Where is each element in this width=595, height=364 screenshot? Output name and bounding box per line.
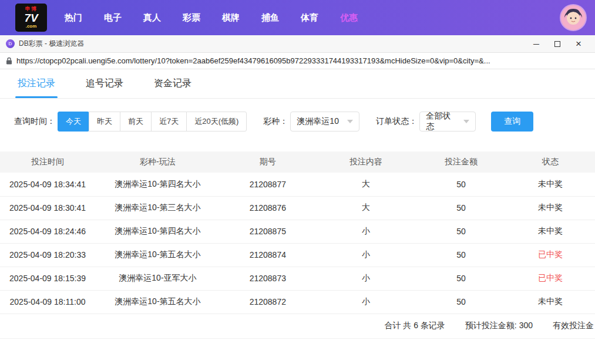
- cell-issue: 21208872: [220, 290, 315, 314]
- window-controls: ─ ×: [526, 36, 589, 52]
- nav-item-slots[interactable]: 电子: [104, 12, 122, 23]
- cell-bet-amount: 50: [416, 290, 506, 314]
- cell-issue: 21208873: [220, 267, 315, 290]
- status-select[interactable]: 全部状态: [419, 112, 476, 132]
- cell-bet-content: 小: [315, 290, 416, 314]
- tab-chase-records[interactable]: 追号记录: [86, 77, 123, 98]
- lottery-filter-label: 彩种：: [263, 116, 288, 127]
- cell-status: 未中奖: [506, 196, 595, 220]
- site-nav: 热门 电子 真人 彩票 棋牌 捕鱼 体育 优惠: [65, 12, 358, 23]
- cell-bet-time: 2025-04-09 18:34:41: [0, 173, 95, 196]
- logo-top-text: 申博: [25, 6, 37, 12]
- tab-bet-records[interactable]: 投注记录: [18, 77, 55, 98]
- header-bet-content: 投注内容: [315, 151, 416, 173]
- time-option-20days[interactable]: 近20天(低频): [186, 112, 247, 132]
- cell-bet-content: 大: [315, 173, 416, 196]
- browser-favicon: D: [6, 39, 15, 48]
- cell-status: 已中奖: [506, 267, 595, 290]
- cell-game-play: 澳洲幸运10-第五名大小: [95, 290, 220, 314]
- cell-bet-time: 2025-04-09 18:24:46: [0, 220, 95, 243]
- cell-bet-content: 小: [315, 220, 416, 243]
- nav-item-lottery[interactable]: 彩票: [183, 12, 200, 23]
- minimize-button[interactable]: ─: [526, 36, 547, 52]
- time-option-yesterday[interactable]: 昨天: [89, 112, 120, 132]
- cell-status: 未中奖: [506, 173, 595, 196]
- cell-bet-amount: 50: [416, 267, 506, 290]
- lock-icon[interactable]: [6, 57, 12, 65]
- time-filter-label: 查询时间：: [14, 116, 55, 127]
- bet-records-table: 投注时间 彩种-玩法 期号 投注内容 投注金额 状态 2025-04-09 18…: [0, 151, 595, 314]
- nav-item-sports[interactable]: 体育: [301, 12, 318, 23]
- logo-main-text: 7V: [24, 12, 38, 23]
- summary-total: 合计 共 6 条记录: [384, 321, 445, 331]
- header-game-play: 彩种-玩法: [95, 151, 220, 173]
- time-filter-group: 今天 昨天 前天 近7天 近20天(低频): [58, 112, 247, 132]
- logo-suffix-text: .com: [26, 24, 37, 29]
- address-bar[interactable]: https://ctopcp02pcali.uengi5e.com/lotter…: [0, 53, 595, 69]
- nav-item-live[interactable]: 真人: [143, 12, 161, 23]
- nav-item-hot-games[interactable]: 热门: [65, 12, 82, 23]
- avatar-illustration: [561, 5, 586, 30]
- status-filter-label: 订单状态：: [376, 116, 417, 127]
- cell-game-play: 澳洲幸运10-第四名大小: [95, 220, 220, 243]
- cell-bet-time: 2025-04-09 18:20:33: [0, 243, 95, 267]
- table-body: 2025-04-09 18:34:41 澳洲幸运10-第四名大小 2120887…: [0, 173, 595, 314]
- site-logo[interactable]: 申博 7V .com: [15, 4, 47, 32]
- cell-bet-time: 2025-04-09 18:15:39: [0, 267, 95, 290]
- time-option-day-before[interactable]: 前天: [120, 112, 152, 132]
- cell-game-play: 澳洲幸运10-第五名大小: [95, 243, 220, 267]
- cell-bet-time: 2025-04-09 18:11:00: [0, 290, 95, 314]
- cell-status: 未中奖: [506, 290, 595, 314]
- table-row: 2025-04-09 18:30:41 澳洲幸运10-第三名大小 2120887…: [0, 196, 595, 220]
- time-option-7days[interactable]: 近7天: [151, 112, 187, 132]
- header-status: 状态: [506, 151, 595, 173]
- table-header-row: 投注时间 彩种-玩法 期号 投注内容 投注金额 状态: [0, 151, 595, 173]
- table-row: 2025-04-09 18:20:33 澳洲幸运10-第五名大小 2120887…: [0, 243, 595, 267]
- tab-fund-records[interactable]: 资金记录: [154, 77, 191, 98]
- cell-bet-time: 2025-04-09 18:30:41: [0, 196, 95, 220]
- header-issue: 期号: [220, 151, 315, 173]
- query-button[interactable]: 查询: [491, 112, 533, 132]
- time-option-today[interactable]: 今天: [58, 112, 89, 132]
- cell-issue: 21208874: [220, 243, 315, 267]
- cell-status: 未中奖: [506, 220, 595, 243]
- cell-game-play: 澳洲幸运10-第三名大小: [95, 196, 220, 220]
- cell-issue: 21208877: [220, 173, 315, 196]
- cell-issue: 21208875: [220, 220, 315, 243]
- header-bet-amount: 投注金额: [416, 151, 506, 173]
- cell-bet-amount: 50: [416, 173, 506, 196]
- window-title: DB彩票 - 极速浏览器: [19, 39, 84, 49]
- browser-titlebar: D DB彩票 - 极速浏览器 ─ ×: [0, 35, 595, 53]
- cell-bet-amount: 50: [416, 243, 506, 267]
- cell-status: 已中奖: [506, 243, 595, 267]
- lottery-select[interactable]: 澳洲幸运10: [290, 112, 359, 132]
- lottery-select-value: 澳洲幸运10: [297, 116, 339, 127]
- nav-item-cards[interactable]: 棋牌: [222, 12, 240, 23]
- chevron-down-icon: [463, 120, 469, 123]
- table-row: 2025-04-09 18:15:39 澳洲幸运10-亚军大小 21208873…: [0, 267, 595, 290]
- cell-bet-content: 小: [315, 267, 416, 290]
- summary-expected-amount: 预计投注金额: 300: [465, 321, 533, 331]
- cell-bet-amount: 50: [416, 196, 506, 220]
- maximize-icon: [554, 41, 560, 47]
- maximize-button[interactable]: [547, 36, 568, 52]
- cell-bet-amount: 50: [416, 220, 506, 243]
- close-button[interactable]: ×: [568, 36, 589, 52]
- header-bet-time: 投注时间: [0, 151, 95, 173]
- nav-item-promos[interactable]: 优惠: [340, 12, 358, 23]
- filter-bar: 查询时间： 今天 昨天 前天 近7天 近20天(低频) 彩种： 澳洲幸运10 订…: [14, 112, 581, 132]
- site-header: 申博 7V .com 热门 电子 真人 彩票 棋牌 捕鱼 体育 优惠: [0, 0, 595, 35]
- cell-issue: 21208876: [220, 196, 315, 220]
- summary-valid-amount: 有效投注金: [553, 321, 594, 331]
- cell-bet-content: 小: [315, 243, 416, 267]
- table-row: 2025-04-09 18:11:00 澳洲幸运10-第五名大小 2120887…: [0, 290, 595, 314]
- record-tabs: 投注记录 追号记录 资金记录: [0, 69, 595, 99]
- nav-item-fishing[interactable]: 捕鱼: [261, 12, 279, 23]
- cell-game-play: 澳洲幸运10-第四名大小: [95, 173, 220, 196]
- user-avatar[interactable]: [560, 4, 587, 31]
- cell-game-play: 澳洲幸运10-亚军大小: [95, 267, 220, 290]
- chevron-down-icon: [347, 120, 353, 123]
- url-text[interactable]: https://ctopcp02pcali.uengi5e.com/lotter…: [16, 56, 490, 65]
- table-row: 2025-04-09 18:34:41 澳洲幸运10-第四名大小 2120887…: [0, 173, 595, 196]
- status-select-value: 全部状态: [426, 111, 455, 132]
